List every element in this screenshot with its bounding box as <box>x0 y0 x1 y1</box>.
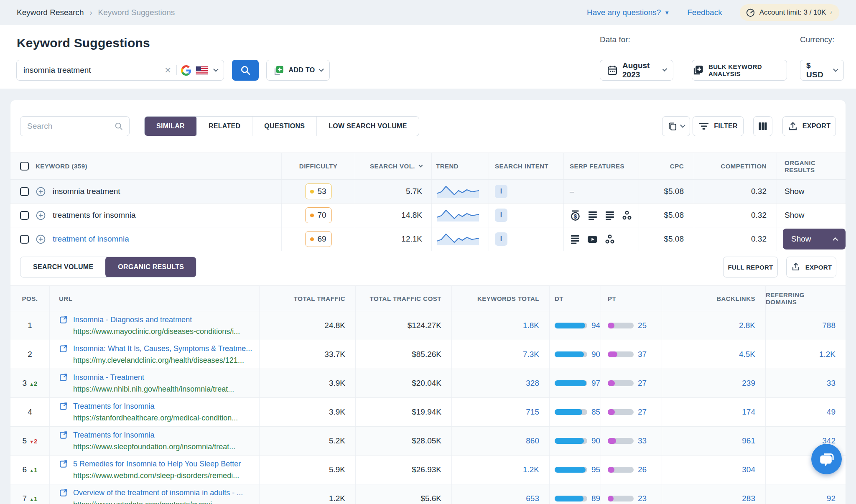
external-link-icon[interactable] <box>59 373 68 382</box>
chevron-down-icon[interactable] <box>213 66 219 72</box>
bulk-keyword-analysis-button[interactable]: BULK KEYWORD ANALYSIS <box>692 60 787 81</box>
organic-results-toggle[interactable]: ORGANIC RESULTS <box>105 257 196 277</box>
copy-dropdown-button[interactable] <box>662 116 690 136</box>
total-traffic-cell: 5.2K <box>259 427 355 455</box>
show-organic-results-link[interactable]: Show <box>785 211 805 220</box>
difficulty-value: 53 <box>317 187 326 196</box>
referring-domains-value[interactable]: 49 <box>827 407 836 417</box>
result-title-link[interactable]: Overview of the treatment of insomnia in… <box>73 489 243 497</box>
page-trust-bar <box>608 351 634 357</box>
tab-similar[interactable]: SIMILAR <box>144 116 197 136</box>
full-report-button[interactable]: FULL REPORT <box>723 257 778 277</box>
backlinks-cell: 304 <box>662 456 765 484</box>
difficulty-cell: 70 <box>281 204 355 227</box>
page-trust-value: 26 <box>638 465 647 474</box>
select-all-checkbox[interactable] <box>20 162 29 171</box>
filter-button[interactable]: FILTER <box>693 116 744 136</box>
backlinks-value[interactable]: 4.5K <box>739 350 755 359</box>
serp-featured-snippet-icon <box>604 210 615 221</box>
date-dropdown[interactable]: August 2023 <box>600 60 673 81</box>
currency-dropdown[interactable]: $ USD <box>800 60 844 81</box>
search-volume-toggle[interactable]: SEARCH VOLUME <box>20 257 106 277</box>
keywords-total-value[interactable]: 1.2K <box>523 465 539 474</box>
external-link-icon[interactable] <box>59 488 68 497</box>
external-link-icon[interactable] <box>59 315 68 324</box>
arrow-up-icon: ▲ <box>29 497 34 502</box>
backlinks-value[interactable]: 961 <box>742 436 755 445</box>
tab-low-search-volume[interactable]: LOW SEARCH VOLUME <box>316 117 418 136</box>
result-title-link[interactable]: 5 Remedies for Insomnia to Help You Slee… <box>73 460 241 468</box>
backlinks-value[interactable]: 283 <box>742 494 755 503</box>
export-label: EXPORT <box>802 122 831 130</box>
clear-input-icon[interactable]: ✕ <box>160 65 176 75</box>
backlinks-value[interactable]: 174 <box>742 407 755 417</box>
svg-text:$: $ <box>574 213 577 219</box>
backlinks-value[interactable]: 304 <box>742 465 755 474</box>
plus-circle-icon[interactable] <box>36 234 46 244</box>
intent-informational-badge: I <box>495 185 507 198</box>
have-questions-link[interactable]: Have any questions? ▼ <box>587 8 670 17</box>
referring-domains-value[interactable]: 788 <box>822 321 836 330</box>
columns-button[interactable] <box>753 116 772 136</box>
external-link-icon[interactable] <box>59 430 68 440</box>
table-search-field[interactable] <box>20 116 130 136</box>
domain-trust-bar-fill <box>555 380 586 386</box>
referring-domains-value[interactable]: 92 <box>827 494 836 503</box>
organic-result-row: 2Insomnia: What It Is, Causes, Symptoms … <box>10 340 846 369</box>
result-title-link[interactable]: Treatments for Insomnia <box>73 431 154 440</box>
result-title-link[interactable]: Treatments for Insomnia <box>73 402 154 411</box>
add-to-label: ADD TO <box>289 66 315 74</box>
page-trust-value: 37 <box>638 350 647 359</box>
position-cell: 6▲1 <box>10 456 49 484</box>
feedback-link[interactable]: Feedback <box>687 8 722 17</box>
cpc-column-header: CPC <box>670 163 684 170</box>
plus-circle-icon[interactable] <box>36 210 46 221</box>
backlinks-value[interactable]: 239 <box>742 379 755 388</box>
competition-cell: 0.32 <box>694 180 777 203</box>
keyword-search-field[interactable]: ✕ <box>16 60 224 81</box>
row-checkbox[interactable] <box>20 235 29 244</box>
show-organic-results-link[interactable]: Show <box>785 187 805 196</box>
sort-chevron-icon[interactable] <box>419 163 423 167</box>
keywords-total-value[interactable]: 1.8K <box>523 321 539 330</box>
result-title-link[interactable]: Insomnia: What It Is, Causes, Symptoms &… <box>73 344 252 353</box>
search-volume-cell: 14.8K <box>355 204 431 227</box>
chat-widget-button[interactable] <box>811 444 842 474</box>
tab-related[interactable]: RELATED <box>196 117 252 136</box>
row-checkbox[interactable] <box>20 211 29 220</box>
external-link-icon[interactable] <box>59 402 68 411</box>
table-search-input[interactable] <box>27 122 114 131</box>
search-intent-cell: I <box>489 180 563 203</box>
export-button[interactable]: EXPORT <box>782 116 836 136</box>
plus-circle-icon[interactable] <box>36 186 46 197</box>
search-button[interactable] <box>232 60 259 81</box>
tab-questions[interactable]: QUESTIONS <box>252 117 316 136</box>
referring-domains-cell: 1.2K <box>765 340 846 369</box>
external-link-icon[interactable] <box>59 344 68 353</box>
breadcrumb-keyword-research[interactable]: Keyword Research <box>17 8 84 17</box>
keywords-total-value[interactable]: 7.3K <box>523 350 539 359</box>
referring-domains-value[interactable]: 33 <box>827 379 836 388</box>
add-to-button[interactable]: ADD TO <box>266 60 330 81</box>
result-title-link[interactable]: Insomnia - Diagnosis and treatment <box>73 316 192 324</box>
search-vol-column-header[interactable]: SEARCH VOL. <box>370 163 415 170</box>
organic-export-button[interactable]: EXPORT <box>786 257 836 277</box>
keywords-total-value[interactable]: 860 <box>526 436 539 445</box>
keyword-label: insomnia treatment <box>53 187 120 196</box>
result-title-link[interactable]: Insomnia - Treatment <box>73 373 144 382</box>
external-link-icon[interactable] <box>59 459 68 468</box>
backlinks-value[interactable]: 2.8K <box>739 321 755 330</box>
backlinks-cell: 283 <box>662 484 765 504</box>
domain-trust-value: 90 <box>591 350 600 359</box>
row-checkbox[interactable] <box>20 187 29 196</box>
serp-featured-snippet-icon <box>587 210 598 221</box>
position-number: 3 <box>23 379 27 388</box>
keywords-total-value[interactable]: 328 <box>526 379 539 388</box>
keyword-label[interactable]: treatment of insomnia <box>53 234 129 244</box>
show-organic-results-button[interactable]: Show <box>783 229 846 249</box>
keywords-total-value[interactable]: 715 <box>526 407 539 417</box>
total-traffic-cell: 5.9K <box>259 456 355 484</box>
keyword-search-input[interactable] <box>23 66 160 75</box>
keywords-total-value[interactable]: 653 <box>526 494 539 503</box>
referring-domains-value[interactable]: 1.2K <box>819 350 836 359</box>
